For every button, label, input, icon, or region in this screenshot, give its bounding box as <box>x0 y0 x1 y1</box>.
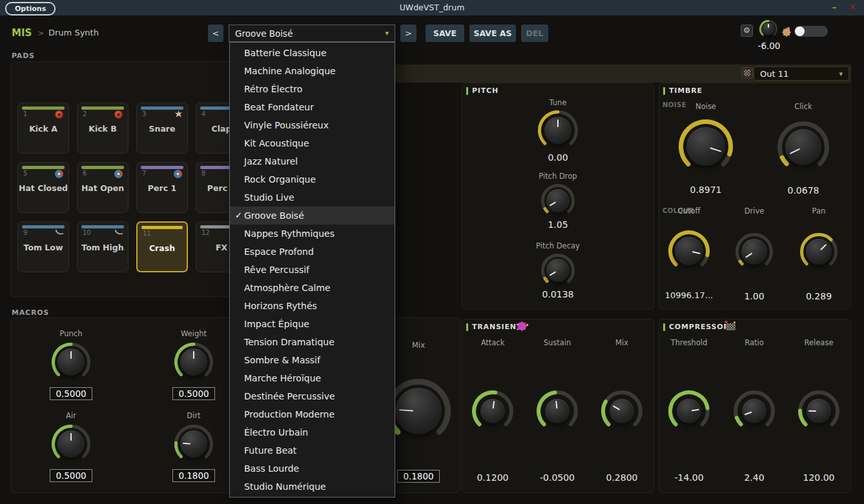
close-button[interactable]: ✕ <box>846 0 859 15</box>
pad-hat-open[interactable]: 6 Hat Open <box>77 162 129 213</box>
preset-option[interactable]: Bass Lourde <box>230 459 395 478</box>
weight-knob[interactable] <box>174 342 214 382</box>
preset-option[interactable]: Beat Fondateur <box>230 98 395 116</box>
pad-kick-b[interactable]: 2 Kick B <box>77 103 129 154</box>
pan-value[interactable]: 0.289 <box>806 291 832 301</box>
noise-value[interactable]: 0.8971 <box>690 185 722 195</box>
mix-value-field[interactable]: 0.1800 <box>397 470 439 483</box>
sustain-value[interactable]: -0.0500 <box>540 472 575 483</box>
preset-option[interactable]: Espace Profond <box>230 243 395 261</box>
preset-option[interactable]: Impact Épique <box>230 315 395 333</box>
preset-option[interactable]: Rêve Percussif <box>230 261 395 279</box>
pan-knob[interactable] <box>799 232 838 271</box>
preset-select[interactable]: Groove Boisé ▾ <box>229 25 395 42</box>
preset-option[interactable]: Production Moderne <box>230 405 395 423</box>
preset-option[interactable]: Nappes Rythmiques <box>230 225 395 243</box>
preset-option[interactable]: Kit Acoustique <box>230 134 395 152</box>
air-value-field[interactable]: 0.5000 <box>50 469 92 482</box>
cutoff-value[interactable]: 10996.17... <box>665 290 713 300</box>
punch-value-field[interactable]: 0.5000 <box>50 387 92 400</box>
master-volume-value[interactable]: -6.00 <box>749 41 789 51</box>
transient-mix-value[interactable]: 0.2800 <box>606 472 638 483</box>
preset-option[interactable]: Rock Organique <box>230 170 395 188</box>
ratio-value[interactable]: 2.40 <box>744 472 764 483</box>
pad-crash[interactable]: 11 Crash <box>136 221 188 272</box>
power-toggle[interactable] <box>794 26 828 37</box>
air-knob[interactable] <box>51 424 91 464</box>
threshold-value[interactable]: -14.00 <box>674 472 703 483</box>
preset-option[interactable]: Rétro Électro <box>230 80 395 98</box>
preset-option[interactable]: Future Beat <box>230 441 395 459</box>
master-volume-knob[interactable] <box>759 19 778 39</box>
preset-option[interactable]: Vinyle Poussiéreux <box>230 116 395 134</box>
pad-perc-1[interactable]: 7 Perc 1 <box>136 162 188 213</box>
release-knob-group: Release 120.00 <box>777 338 861 483</box>
click-value[interactable]: 0.0678 <box>788 185 819 196</box>
preset-option[interactable]: Électro Urbain <box>230 423 395 441</box>
pad-color-bar <box>22 225 65 228</box>
click-knob[interactable] <box>777 121 830 174</box>
preset-option[interactable]: Jazz Naturel <box>230 152 395 170</box>
preset-option[interactable]: Atmosphère Calme <box>230 279 395 297</box>
preset-option-label: Destinée Percussive <box>244 387 335 405</box>
pad-label: Tom Low <box>18 243 68 252</box>
pad-number: 1 <box>23 110 27 117</box>
preset-option[interactable]: Horizons Rythés <box>230 297 395 315</box>
attack-value[interactable]: 0.1200 <box>477 472 509 483</box>
punch-knob[interactable] <box>51 342 91 382</box>
minimize-button[interactable]: – <box>828 0 841 15</box>
preset-option[interactable]: ✓Groove Boisé <box>230 207 395 225</box>
pad-tom-high[interactable]: 10 Tom High <box>77 221 129 272</box>
preset-option[interactable]: Destinée Percussive <box>230 387 395 405</box>
pitch-drop-value[interactable]: 1.05 <box>548 219 568 230</box>
preset-option-label: Batterie Classique <box>244 44 327 62</box>
preset-option[interactable]: Batterie Classique <box>230 44 395 62</box>
weight-value-field[interactable]: 0.5000 <box>172 387 214 400</box>
preset-option[interactable]: Marche Héroïque <box>230 369 395 387</box>
preset-option[interactable]: Sombre & Massif <box>230 351 395 369</box>
preset-dropdown-menu: Batterie ClassiqueMachine AnalogiqueRétr… <box>229 42 395 498</box>
preset-option-label: Rétro Électro <box>244 80 302 98</box>
release-knob[interactable] <box>797 390 840 432</box>
mix-knob[interactable] <box>386 378 451 444</box>
output-select[interactable]: Out 11 ▾ <box>754 66 849 81</box>
pad-kick-a[interactable]: 1 Kick A <box>17 103 69 154</box>
plugin-window: Options UWdeVST_drum – ✕ MIS > Drum Synt… <box>0 0 864 504</box>
pad-hat-closed[interactable]: 5 Hat Closed <box>17 162 69 213</box>
attack-knob[interactable] <box>471 390 514 432</box>
save-as-button[interactable]: SAVE AS <box>469 25 516 42</box>
pad-number: 11 <box>143 230 151 237</box>
pitch-decay-value[interactable]: 0.0138 <box>542 289 574 299</box>
preset-option[interactable]: Studio Live <box>230 188 395 207</box>
drive-knob[interactable] <box>735 232 774 271</box>
preset-prev-button[interactable]: < <box>208 25 223 42</box>
tune-knob[interactable] <box>537 110 579 151</box>
checkmark-icon <box>233 62 244 80</box>
transient-mix-knob[interactable] <box>601 390 643 432</box>
save-button[interactable]: SAVE <box>426 25 464 42</box>
preset-option[interactable]: Tension Dramatique <box>230 333 395 351</box>
pitch-drop-knob[interactable] <box>540 183 575 218</box>
checkmark-icon <box>233 459 244 478</box>
delete-button[interactable]: DEL <box>521 25 548 42</box>
preset-option[interactable]: Studio Numérique <box>230 478 395 496</box>
section-accent <box>663 323 665 331</box>
gear-icon[interactable]: ⚙ <box>741 25 753 37</box>
drive-value[interactable]: 1.00 <box>744 291 764 301</box>
tune-value[interactable]: 0.00 <box>548 152 568 163</box>
pitch-decay-knob[interactable] <box>540 253 575 288</box>
cutoff-knob[interactable] <box>668 230 710 272</box>
dirt-value-field[interactable]: 0.1800 <box>172 469 214 482</box>
pad-snare[interactable]: 3 Snare <box>136 103 188 154</box>
transient-mix-knob-label: Mix <box>615 338 628 347</box>
preset-next-button[interactable]: > <box>400 25 417 42</box>
sustain-knob[interactable] <box>536 390 579 432</box>
pad-tom-low[interactable]: 9 Tom Low <box>17 221 69 272</box>
noise-knob[interactable] <box>678 119 734 174</box>
dirt-knob[interactable] <box>174 424 214 464</box>
threshold-knob[interactable] <box>668 390 710 432</box>
section-accent <box>466 87 468 95</box>
preset-option[interactable]: Machine Analogique <box>230 62 395 80</box>
release-value[interactable]: 120.00 <box>803 472 835 483</box>
ratio-knob[interactable] <box>733 390 776 432</box>
